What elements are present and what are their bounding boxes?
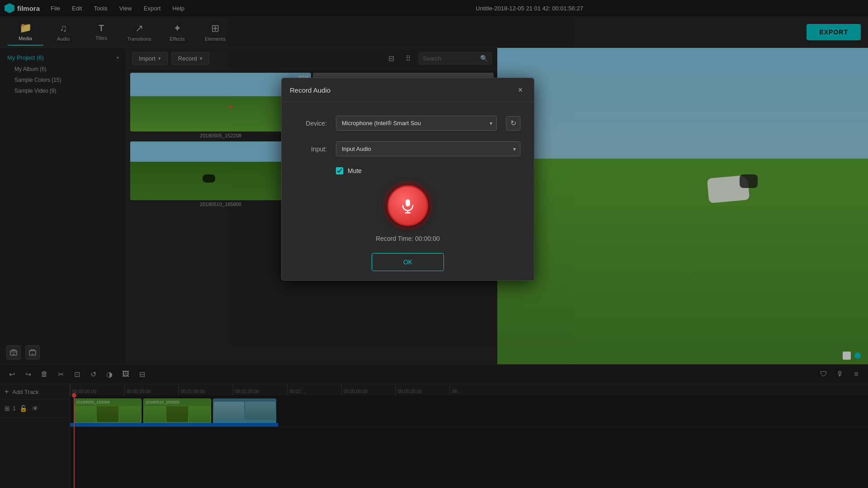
- record-audio-dialog: Record Audio × Device: Microphone (Intel…: [281, 78, 534, 281]
- microphone-icon: [400, 197, 416, 214]
- start-recording-button[interactable]: [387, 185, 428, 226]
- mute-label[interactable]: Mute: [348, 167, 362, 174]
- record-button-area: [295, 185, 520, 226]
- dialog-overlay: Record Audio × Device: Microphone (Intel…: [0, 0, 868, 488]
- dialog-body: Device: Microphone (Intel® Smart Sou ▾ ↻…: [282, 102, 534, 280]
- dialog-close-button[interactable]: ×: [515, 84, 526, 95]
- device-select-wrapper: Microphone (Intel® Smart Sou ▾: [336, 116, 497, 131]
- dialog-title: Record Audio: [290, 86, 330, 94]
- mute-checkbox[interactable]: [336, 167, 343, 174]
- input-row: Input: Input Audio ▾: [295, 141, 520, 156]
- device-row: Device: Microphone (Intel® Smart Sou ▾ ↻: [295, 116, 520, 131]
- mute-row: Mute: [295, 167, 520, 174]
- input-select-wrapper: Input Audio ▾: [336, 141, 520, 156]
- input-select[interactable]: Input Audio: [336, 141, 520, 156]
- device-label: Device:: [295, 120, 327, 127]
- input-label: Input:: [295, 145, 327, 153]
- record-time: Record Time: 00:00:00: [295, 235, 520, 242]
- ok-button[interactable]: OK: [372, 253, 444, 271]
- refresh-button[interactable]: ↻: [506, 116, 520, 131]
- svg-rect-5: [406, 199, 410, 206]
- device-select[interactable]: Microphone (Intel® Smart Sou: [336, 116, 497, 131]
- dialog-header: Record Audio ×: [282, 78, 534, 102]
